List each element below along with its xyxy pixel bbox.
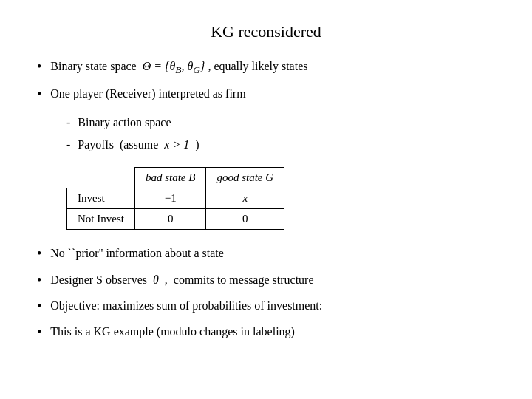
sub-dash-1: - bbox=[66, 114, 70, 132]
bullet5-suffix: , commits to message structure bbox=[162, 271, 314, 289]
bullet7-text: This is a KG example (modulo changes in … bbox=[50, 323, 295, 341]
table-row-invest: Invest −1 x bbox=[67, 188, 284, 209]
bullet-text-2: One player (Receiver) interpreted as fir… bbox=[50, 85, 245, 103]
bullet-dot-4: • bbox=[37, 245, 41, 263]
bullet-text-5: Designer S observes θ , commits to messa… bbox=[50, 271, 313, 289]
bullet6-text: Objective: maximizes sum of probabilitie… bbox=[50, 297, 322, 315]
table-cell-notinvest-good: 0 bbox=[206, 209, 284, 230]
bullet-sub-container: - Binary action space - Payoffs (assume … bbox=[37, 111, 495, 161]
slide-container: KG reconsidered • Binary state space Θ =… bbox=[0, 0, 532, 399]
bullet1-math: Θ = {θB, θG} bbox=[143, 58, 205, 78]
bullet-item-5: • Designer S observes θ , commits to mes… bbox=[37, 271, 495, 290]
sub2-prefix: Payoffs (assume bbox=[78, 136, 161, 154]
bullet5-math: θ bbox=[153, 271, 159, 289]
bullet-text-6: Objective: maximizes sum of probabilitie… bbox=[50, 297, 322, 315]
table-cell-notinvest-bad: 0 bbox=[134, 209, 206, 230]
bullet-item-2: • One player (Receiver) interpreted as f… bbox=[37, 85, 495, 103]
table-header-bad: bad state B bbox=[134, 168, 206, 188]
bullet-dot-7: • bbox=[37, 323, 41, 341]
bullet-text-4: No ``prior'' information about a state bbox=[50, 245, 224, 262]
table-cell-notinvest-label: Not Invest bbox=[67, 209, 135, 230]
bullet-list: • Binary state space Θ = {θB, θG} , equa… bbox=[37, 58, 495, 349]
bullet-text-1: Binary state space Θ = {θB, θG} , equall… bbox=[50, 58, 307, 78]
sub1-text: Binary action space bbox=[78, 114, 171, 132]
table-row-notinvest: Not Invest 0 0 bbox=[67, 209, 284, 230]
sub-text-2: Payoffs (assume x > 1 ) bbox=[78, 136, 199, 154]
sub-item-1: - Binary action space bbox=[66, 114, 510, 132]
bullet-dot-6: • bbox=[37, 297, 41, 316]
table-cell-invest-good: x bbox=[206, 188, 284, 209]
table-cell-invest-bad: −1 bbox=[134, 188, 206, 209]
sub-list: - Binary action space - Payoffs (assume … bbox=[66, 114, 510, 158]
sub-item-2: - Payoffs (assume x > 1 ) bbox=[66, 136, 510, 154]
bullet-dot-1: • bbox=[37, 58, 41, 76]
bullet-dot-2: • bbox=[37, 85, 41, 103]
bullet1-prefix: Binary state space bbox=[50, 58, 139, 75]
table-header-empty bbox=[67, 168, 135, 188]
bullet2-text: One player (Receiver) interpreted as fir… bbox=[50, 85, 245, 103]
table-cell-invest-label: Invest bbox=[67, 188, 135, 209]
bullet-item-7: • This is a KG example (modulo changes i… bbox=[37, 323, 495, 341]
sub-text-1: Binary action space bbox=[78, 114, 171, 132]
bullet5-prefix: Designer S observes bbox=[50, 271, 150, 289]
bullet4-text: No ``prior'' information about a state bbox=[50, 245, 224, 262]
table-header-row: bad state B good state G bbox=[67, 168, 284, 188]
table-header-good: good state G bbox=[206, 168, 284, 188]
sub-dash-2: - bbox=[66, 136, 70, 154]
bullet-dot-5: • bbox=[37, 271, 41, 290]
payoff-table-container: bad state B good state G Invest −1 x Not… bbox=[66, 167, 284, 230]
bullet-item-1: • Binary state space Θ = {θB, θG} , equa… bbox=[37, 58, 495, 78]
bullet-item-6: • Objective: maximizes sum of probabilit… bbox=[37, 297, 495, 316]
payoff-table: bad state B good state G Invest −1 x Not… bbox=[66, 167, 284, 230]
bullet-text-7: This is a KG example (modulo changes in … bbox=[50, 323, 295, 341]
bullet1-suffix: , equally likely states bbox=[208, 58, 307, 75]
slide-title: KG reconsidered bbox=[37, 22, 495, 41]
bullet-item-4: • No ``prior'' information about a state bbox=[37, 245, 495, 263]
sub2-suffix: ) bbox=[192, 136, 199, 154]
table-row-container: bad state B good state G Invest −1 x Not… bbox=[37, 161, 495, 237]
sub2-math: x > 1 bbox=[164, 136, 189, 154]
